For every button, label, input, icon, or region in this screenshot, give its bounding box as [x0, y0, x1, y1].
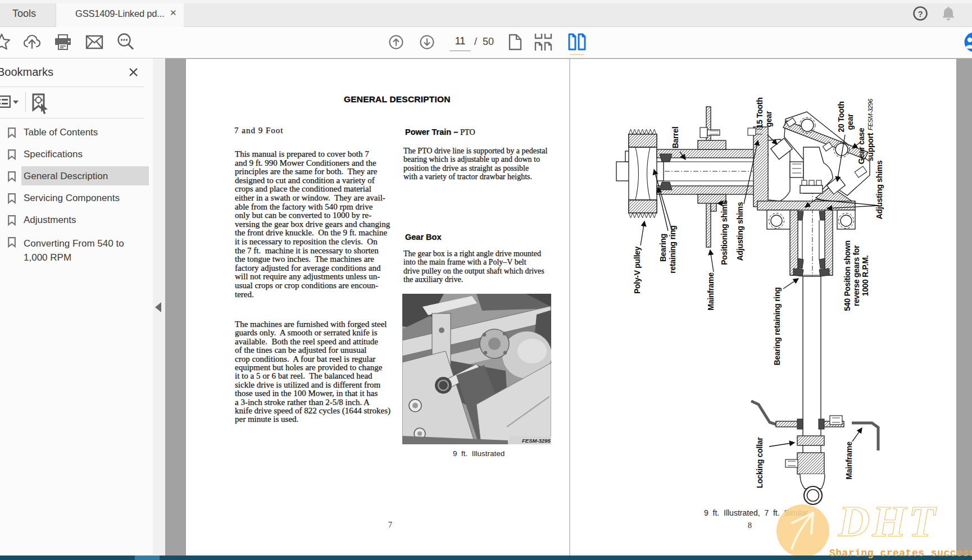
- svg-text:15 Tooth: 15 Tooth: [755, 98, 764, 129]
- svg-text:Mainframe: Mainframe: [844, 441, 853, 480]
- svg-text:FESM-3295: FESM-3295: [522, 438, 551, 444]
- svg-text:Adjusting shims: Adjusting shims: [735, 202, 744, 261]
- svg-text:gear: gear: [846, 113, 855, 130]
- svg-text:gear: gear: [764, 111, 773, 127]
- svg-text:?: ?: [918, 9, 923, 19]
- svg-text:retaining ring: retaining ring: [668, 225, 677, 273]
- svg-text:20 Tooth: 20 Tooth: [837, 102, 846, 133]
- svg-text:Mainframe: Mainframe: [706, 272, 715, 311]
- svg-text:540 Position shown: 540 Position shown: [843, 240, 852, 311]
- svg-text:Positioning shims: Positioning shims: [720, 200, 729, 265]
- svg-text:Locking collar: Locking collar: [755, 437, 764, 489]
- svg-text:Bearing retaining ring: Bearing retaining ring: [773, 288, 782, 366]
- svg-text:Poly-V pulley: Poly-V pulley: [633, 246, 642, 294]
- svg-text:FESM-3296: FESM-3296: [867, 98, 874, 130]
- svg-text:Bearing: Bearing: [658, 234, 667, 262]
- svg-text:support: support: [866, 133, 875, 161]
- svg-text:1000 R.P.M.: 1000 R.P.M.: [861, 256, 870, 297]
- svg-text:Barrel: Barrel: [671, 127, 680, 149]
- svg-text:Adjusting shims: Adjusting shims: [875, 160, 884, 219]
- svg-text:DHT: DHT: [838, 500, 938, 545]
- svg-text:reverse gears for: reverse gears for: [852, 245, 861, 306]
- svg-text:Gear case: Gear case: [857, 128, 866, 164]
